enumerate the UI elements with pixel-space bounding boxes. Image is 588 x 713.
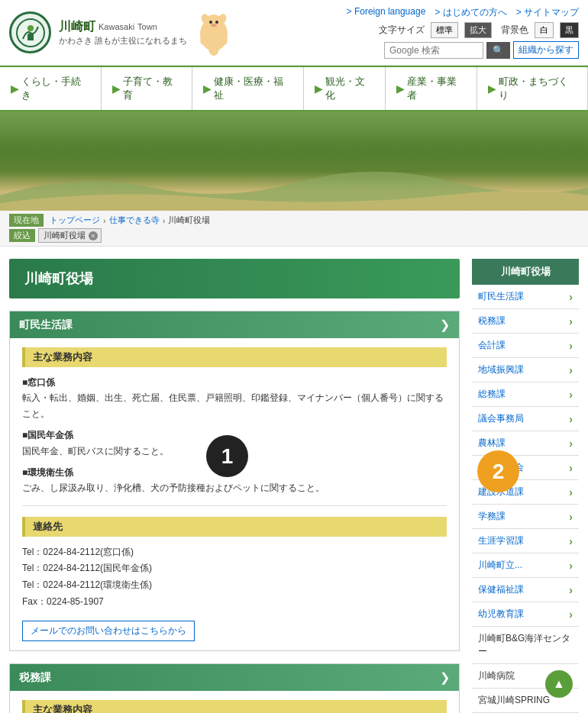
foreign-language-link[interactable]: Foreign language [347, 6, 426, 19]
hero-image [0, 111, 588, 211]
nav-arrow-life: ▶ [11, 83, 18, 95]
sidebar-item-2[interactable]: 会計課 › [472, 334, 579, 358]
mascot-image [195, 11, 233, 53]
town-name-block: 川崎町 Kawasaki Town かわさき 誰もが主役になれるまち [59, 19, 187, 47]
sidebar-item-9[interactable]: 学務課 › [472, 505, 579, 529]
bg-black-button[interactable]: 黒 [560, 22, 579, 38]
town-name-en: 川崎町 Kawasaki Town [59, 19, 187, 35]
nav-item-health[interactable]: ▶ 健康・医療・福祉 [192, 67, 303, 110]
bg-white-button[interactable]: 白 [535, 22, 554, 38]
search-button[interactable]: 🔍 [486, 42, 510, 59]
nav-label-government: 町政・まちづくり [499, 75, 577, 102]
sidebar-item-11[interactable]: 川崎町立... › [472, 553, 579, 578]
nav-inner: ▶ くらし・手続き ▶ 子育て・教育 ▶ 健康・医療・福祉 ▶ 観光・文化 ▶ … [0, 67, 588, 110]
sidebar-chevron-2: › [569, 340, 573, 352]
section-header-1[interactable]: 町民生活課 ❯ [10, 311, 459, 338]
tag-item[interactable]: 川崎町役場 × [38, 228, 102, 243]
size-normal-button[interactable]: 標準 [431, 22, 458, 38]
nav-item-tourism[interactable]: ▶ 観光・文化 [304, 67, 386, 110]
bc-sep-2: › [163, 216, 166, 225]
nav-label-childcare: 子育て・教育 [123, 75, 182, 102]
svg-point-4 [209, 21, 212, 24]
nav-label-life: くらし・手続き [21, 75, 90, 102]
org-search-link[interactable]: 組織から探す [513, 41, 579, 59]
nav-arrow-government: ▶ [488, 83, 496, 95]
sidebar-link-13[interactable]: 幼児教育課 [478, 608, 569, 621]
fax-1: Fax：0224-85-1907 [22, 594, 447, 611]
tag-close-button[interactable]: × [89, 231, 98, 240]
sidebar-item-4[interactable]: 総務課 › [472, 382, 579, 407]
email-link-1[interactable]: メールでのお問い合わせはこちらから [22, 621, 195, 641]
section-header-2[interactable]: 税務課 ❯ [10, 664, 459, 691]
badge-2: 2 [477, 450, 519, 492]
sidebar-item-5[interactable]: 議会事務局 › [472, 407, 579, 431]
sidebar-chevron-8: › [569, 486, 573, 498]
sidebar-item-1[interactable]: 税務課 › [472, 309, 579, 334]
sidebar-link-11[interactable]: 川崎町立... [478, 559, 569, 572]
sidebar-text-16: 宮城川崎SPRING [478, 694, 550, 707]
sidebar-link-1[interactable]: 税務課 [478, 315, 569, 327]
sidebar-link-3[interactable]: 地域振興課 [478, 363, 569, 376]
top-links[interactable]: Foreign language はじめての方へ サイトマップ [347, 6, 579, 19]
sidebar-chevron-7: › [569, 462, 573, 474]
subsection-contact-1: 連絡先 [22, 517, 447, 537]
first-time-link[interactable]: はじめての方へ [435, 6, 506, 19]
sidebar-item-12[interactable]: 保健福祉課 › [472, 578, 579, 602]
badge-1: 1 [206, 435, 248, 477]
sidebar-chevron-9: › [569, 511, 573, 523]
sidebar-link-12[interactable]: 保健福祉課 [478, 583, 569, 596]
sidebar-item-13[interactable]: 幼児教育課 › [472, 602, 579, 627]
sidebar-link-2[interactable]: 会計課 [478, 339, 569, 352]
nav-item-government[interactable]: ▶ 町政・まちづくり [477, 67, 588, 110]
header-right: Foreign language はじめての方へ サイトマップ 文字サイズ 標準… [347, 6, 579, 59]
sidebar-link-5[interactable]: 議会事務局 [478, 412, 569, 425]
nav-arrow-health: ▶ [203, 83, 211, 95]
size-large-button[interactable]: 拡大 [464, 22, 492, 38]
breadcrumb-top[interactable]: トップページ [50, 215, 100, 226]
nav-item-life[interactable]: ▶ くらし・手続き [0, 67, 102, 110]
main-nav: ▶ くらし・手続き ▶ 子育て・教育 ▶ 健康・医療・福祉 ▶ 観光・文化 ▶ … [0, 66, 588, 111]
breadcrumb-current: 川崎町役場 [168, 215, 210, 226]
sidebar-chevron-10: › [569, 535, 573, 547]
sidebar-chevron-13: › [569, 608, 573, 621]
section-body-2: 主な業務内容 ■徴収係 税の収納、口座振替に関すること。 ■賦課係 各種税証明、… [10, 691, 459, 713]
nav-item-childcare[interactable]: ▶ 子育て・教育 [102, 67, 193, 110]
sidebar-item-0[interactable]: 町民生活課 › [472, 285, 579, 309]
bg-label: 背景色 [501, 24, 528, 37]
subsection-title-1: 主な業務内容 [22, 347, 447, 367]
subsection-title-2: 主な業務内容 [22, 700, 447, 713]
nav-item-industry[interactable]: ▶ 産業・事業者 [386, 67, 477, 110]
sidebar-link-10[interactable]: 生涯学習課 [478, 534, 569, 547]
breadcrumb-row: 現在地 トップページ › 仕事できる寺 › 川崎町役場 [9, 214, 579, 227]
svg-point-1 [27, 25, 34, 31]
sidebar-chevron-3: › [569, 364, 573, 376]
sidebar-chevron-6: › [569, 437, 573, 450]
sitemap-link[interactable]: サイトマップ [516, 6, 579, 19]
sidebar-link-9[interactable]: 学務課 [478, 510, 569, 523]
sidebar-item-10[interactable]: 生涯学習課 › [472, 529, 579, 553]
sidebar-chevron-12: › [569, 584, 573, 596]
search-input[interactable] [384, 42, 483, 59]
tel1-1: Tel：0224-84-2112(窓口係) [22, 544, 447, 561]
sidebar-title: 川崎町役場 [472, 259, 579, 285]
category-window: ■窓口係 [22, 375, 447, 390]
page-title-box: 川崎町役場 [9, 259, 460, 298]
back-to-top-button[interactable]: ▲ [545, 670, 573, 698]
sidebar-item-3[interactable]: 地域振興課 › [472, 358, 579, 382]
breadcrumb-mid[interactable]: 仕事できる寺 [109, 215, 160, 226]
sidebar-link-4[interactable]: 総務課 [478, 388, 569, 401]
contact-info-1: Tel：0224-84-2112(窓口係) Tel：0224-84-2112(国… [22, 544, 447, 610]
tel2-1: Tel：0224-84-2112(国民年金係) [22, 560, 447, 577]
section-arrow-2: ❯ [440, 670, 450, 685]
nav-arrow-industry: ▶ [396, 83, 404, 95]
town-sub: かわさき 誰もが主役になれるまち [59, 35, 187, 47]
section-card-1: 町民生活課 ❯ 主な業務内容 ■窓口係 転入・転出、婚姻、出生、死亡届、住民票、… [9, 311, 460, 651]
content-area: 川崎町役場 町民生活課 ❯ 主な業務内容 ■窓口係 転入・転出、婚姻、出生、死亡… [9, 259, 460, 713]
sidebar-chevron-5: › [569, 413, 573, 425]
town-name-romaji: Kawasaki [99, 22, 134, 31]
sidebar-text-15: 川崎病院 [478, 669, 515, 682]
sidebar-link-6[interactable]: 農林課 [478, 437, 569, 450]
header-left: 川崎町 Kawasaki Town かわさき 誰もが主役になれるまち [9, 11, 233, 53]
sidebar-link-0[interactable]: 町民生活課 [478, 290, 569, 303]
sidebar-chevron-1: › [569, 315, 573, 327]
